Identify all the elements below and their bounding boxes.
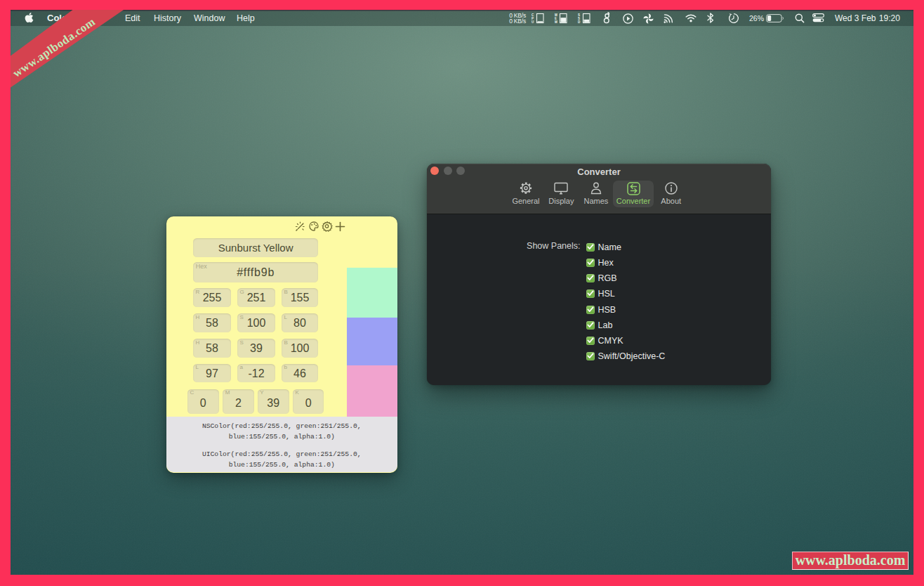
svg-text:C: C: [532, 13, 534, 17]
svg-text:D: D: [578, 20, 581, 24]
svg-text:S: S: [578, 13, 580, 17]
svg-text:M: M: [555, 13, 557, 17]
svg-text:E: E: [555, 17, 557, 20]
svg-text:P: P: [532, 17, 534, 20]
svg-text:S: S: [578, 17, 580, 20]
svg-text:M: M: [555, 20, 557, 24]
svg-text:U: U: [532, 20, 534, 24]
